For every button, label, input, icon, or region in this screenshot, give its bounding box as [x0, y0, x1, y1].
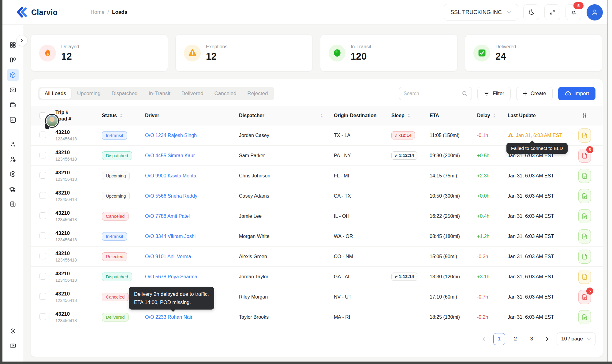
- delay-value: +1.2h: [474, 234, 505, 239]
- page-size-select[interactable]: 10 / page: [557, 332, 595, 345]
- document-button[interactable]: [578, 189, 591, 203]
- column-settings-icon[interactable]: [581, 112, 588, 119]
- sidebar-item-loads[interactable]: [7, 69, 19, 81]
- sort-status[interactable]: [120, 114, 122, 117]
- cloud-upload-icon: [565, 91, 571, 97]
- wallet-icon: [9, 101, 17, 109]
- tab-delivered[interactable]: Delivered: [176, 88, 209, 99]
- notifications-button[interactable]: 5: [565, 4, 581, 20]
- sort-dispatcher[interactable]: [320, 114, 323, 117]
- loads-tabs: All LoadsUpcomingDispatchedIn-TransitDel…: [38, 87, 274, 100]
- row-checkbox[interactable]: [39, 313, 46, 320]
- tab-upcoming[interactable]: Upcoming: [72, 88, 106, 99]
- origin-destination: PA - NY: [331, 153, 388, 158]
- dispatcher-name: Alexis Green: [236, 254, 331, 259]
- sidebar-item-settings[interactable]: [7, 325, 19, 337]
- driver-link[interactable]: O/O 4455 Simran Kaur: [145, 153, 195, 158]
- delay-value: +3.1h: [474, 274, 505, 280]
- driver-link[interactable]: O/O 5566 Sneha Reddy: [145, 193, 197, 199]
- row-checkbox[interactable]: [39, 212, 46, 219]
- filter-button[interactable]: Filter: [477, 87, 511, 100]
- table-row: 43210123456418 Canceled O/O 7788 Amit Pa…: [31, 206, 603, 226]
- column-status: Status: [99, 113, 142, 118]
- moon-icon: [528, 9, 535, 16]
- tab-rejected[interactable]: Rejected: [242, 88, 273, 99]
- load-number: 123456418: [55, 217, 99, 222]
- document-button[interactable]: [578, 270, 591, 284]
- document-button[interactable]: [578, 169, 591, 183]
- tab-in-transit[interactable]: In-Transit: [144, 88, 176, 99]
- driver-link[interactable]: O/O 5678 Priya Sharma: [145, 274, 197, 279]
- breadcrumb-current: Loads: [112, 9, 127, 15]
- document-button[interactable]: [578, 128, 591, 143]
- grid-icon: [9, 41, 17, 49]
- document-button[interactable]: [578, 250, 591, 264]
- document-button[interactable]: [578, 310, 591, 324]
- row-checkbox[interactable]: [39, 152, 46, 158]
- dark-mode-button[interactable]: [523, 4, 539, 20]
- scrollbar-gutter[interactable]: [607, 0, 612, 364]
- sidebar-item-drivers[interactable]: [7, 138, 19, 150]
- document-button[interactable]: [578, 229, 591, 243]
- user-avatar[interactable]: [587, 4, 603, 20]
- clarvio-logo[interactable]: Clarvio +: [16, 6, 61, 19]
- sidebar-item-fleet[interactable]: [7, 183, 19, 195]
- row-checkbox[interactable]: [39, 273, 46, 280]
- driver-link[interactable]: O/O 9900 Kavita Mehta: [145, 173, 196, 178]
- pagination-prev[interactable]: [479, 333, 488, 344]
- driver-link[interactable]: O/O 9101 Anil Verma: [145, 254, 191, 259]
- create-button[interactable]: Create: [516, 87, 553, 100]
- pagination-next[interactable]: [543, 333, 552, 344]
- driver-link[interactable]: O/O 1234 Rajesh Singh: [145, 133, 197, 138]
- tab-all-loads[interactable]: All Loads: [39, 88, 71, 99]
- column-driver: Driver: [142, 113, 236, 118]
- row-checkbox[interactable]: [39, 253, 46, 259]
- sidebar-item-companies[interactable]: [7, 198, 19, 210]
- document-button[interactable]: 5: [578, 149, 591, 163]
- document-button[interactable]: 5: [578, 290, 591, 304]
- search-input[interactable]: [399, 87, 472, 100]
- person-check-icon: [9, 155, 17, 163]
- tab-canceled[interactable]: Canceled: [209, 88, 242, 99]
- pagination-page-2[interactable]: 2: [509, 333, 521, 345]
- import-button[interactable]: Import: [558, 87, 595, 100]
- stat-card-exceptions: Exeptions 12: [175, 34, 313, 72]
- breadcrumb-home[interactable]: Home: [91, 9, 104, 15]
- document-icon: [582, 233, 587, 240]
- delivery-delay-tooltip: Delivery 2h delayed due to traffic, ETA …: [129, 287, 214, 310]
- sort-delay[interactable]: [493, 114, 496, 117]
- sidebar-item-messages[interactable]: [7, 84, 19, 96]
- row-checkbox[interactable]: [39, 132, 46, 138]
- sidebar-item-boards[interactable]: [7, 54, 19, 66]
- sidebar-item-help[interactable]: [7, 340, 19, 352]
- sidebar-item-wallet[interactable]: [7, 99, 19, 111]
- sidebar-item-driver-status[interactable]: [7, 153, 19, 165]
- row-checkbox[interactable]: [39, 172, 46, 179]
- sidebar-collapse-button[interactable]: [16, 35, 28, 46]
- trip-number: 43210: [55, 271, 99, 277]
- table-row: 43210123456418 Dispatched O/O 5678 Priya…: [31, 267, 603, 287]
- load-number: 123456418: [55, 237, 99, 242]
- pagination-page-3[interactable]: 3: [526, 333, 538, 345]
- stat-label: In-Transit: [351, 44, 371, 50]
- driver-link[interactable]: O/O 3344 Vikram Joshi: [145, 234, 196, 239]
- row-checkbox[interactable]: [39, 232, 46, 239]
- document-button[interactable]: [578, 209, 591, 223]
- driver-link[interactable]: O/O 2233 Rohan Nair: [145, 314, 192, 320]
- tab-dispatched[interactable]: Dispatched: [106, 88, 143, 99]
- fullscreen-button[interactable]: [544, 4, 560, 20]
- sleep-badge: zz-12:14: [391, 131, 415, 139]
- sort-sleep[interactable]: [408, 114, 410, 117]
- last-update: Jan 31, 6:03 AM EST: [505, 314, 570, 320]
- eta-value: 13:30 (120mi): [427, 274, 474, 280]
- pagination-page-1[interactable]: 1: [493, 333, 505, 345]
- company-selector[interactable]: SSL TRUCKING INC: [444, 4, 518, 20]
- document-icon: [582, 132, 587, 139]
- row-checkbox[interactable]: [39, 293, 46, 300]
- load-number: 123456418: [55, 258, 99, 262]
- sidebar-item-contacts[interactable]: [7, 168, 19, 180]
- driver-link[interactable]: O/O 7788 Amit Patel: [145, 214, 190, 219]
- sidebar-item-reports[interactable]: [7, 114, 19, 126]
- logo-mark: +: [59, 8, 61, 12]
- row-checkbox[interactable]: [39, 192, 46, 199]
